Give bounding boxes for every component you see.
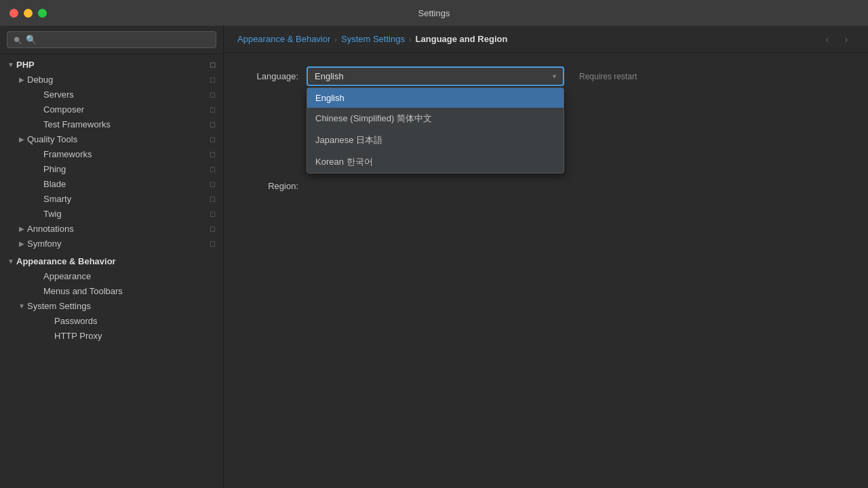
sidebar-item-blade[interactable]: Blade ◻: [0, 176, 223, 191]
spacer: [33, 178, 43, 189]
sidebar-item-passwords[interactable]: Passwords: [0, 313, 223, 328]
sidebar: PHP ◻ Debug ◻ Servers ◻ Composer ◻: [0, 26, 224, 488]
language-option-chinese[interactable]: Chinese (Simplified) 简体中文: [307, 108, 564, 129]
sidebar-item-label: Passwords: [54, 316, 218, 326]
sidebar-item-label: PHP: [16, 60, 207, 70]
pin-icon: ◻: [207, 238, 218, 249]
sidebar-item-appearance-behavior[interactable]: Appearance & Behavior: [0, 253, 223, 268]
requires-restart-label: Requires restart: [579, 72, 637, 81]
sidebar-item-http-proxy[interactable]: HTTP Proxy: [0, 328, 223, 343]
language-option-english[interactable]: English: [307, 88, 564, 108]
pin-icon: ◻: [207, 178, 218, 189]
close-button[interactable]: [9, 9, 18, 18]
pin-icon: ◻: [207, 223, 218, 234]
sidebar-item-label: Frameworks: [43, 149, 207, 159]
back-arrow[interactable]: ‹: [819, 31, 835, 47]
sidebar-item-label: Phing: [43, 164, 207, 174]
search-wrap[interactable]: [7, 31, 216, 48]
sidebar-item-php[interactable]: PHP ◻: [0, 57, 223, 72]
forward-arrow[interactable]: ›: [838, 31, 854, 47]
spacer: [33, 119, 43, 129]
language-dropdown-menu: English Chinese (Simplified) 简体中文 Japane…: [307, 87, 564, 174]
spacer: [33, 89, 43, 100]
sidebar-item-label: Debug: [27, 75, 207, 85]
chevron-icon: [16, 300, 27, 311]
chevron-icon: [5, 59, 16, 70]
sidebar-item-label: Smarty: [43, 194, 207, 204]
spacer: [43, 330, 54, 341]
content-area: Language: English ▾ English Chinese (Sim…: [224, 53, 868, 488]
sidebar-item-smarty[interactable]: Smarty ◻: [0, 191, 223, 206]
language-option-korean[interactable]: Korean 한국어: [307, 151, 564, 173]
sidebar-item-twig[interactable]: Twig ◻: [0, 206, 223, 221]
language-selected-value: English: [315, 71, 344, 81]
sidebar-item-quality-tools[interactable]: Quality Tools ◻: [0, 131, 223, 146]
pin-icon: ◻: [207, 163, 218, 174]
search-icon: [13, 35, 22, 45]
pin-icon: ◻: [207, 119, 218, 129]
maximize-button[interactable]: [38, 9, 47, 18]
sidebar-item-label: Menus and Toolbars: [43, 286, 218, 296]
region-row: Region:: [244, 181, 848, 191]
chevron-icon: [16, 223, 27, 234]
sidebar-item-servers[interactable]: Servers ◻: [0, 87, 223, 102]
spacer: [33, 148, 43, 159]
search-bar: [0, 26, 223, 54]
sidebar-item-label: System Settings: [27, 301, 218, 311]
sidebar-item-label: Twig: [43, 209, 207, 219]
pin-icon: ◻: [207, 208, 218, 219]
sidebar-item-label: Appearance & Behavior: [16, 256, 218, 266]
language-dropdown-container: English ▾ English Chinese (Simplified) 简…: [307, 66, 564, 86]
chevron-icon: [16, 134, 27, 144]
pin-icon: ◻: [207, 104, 218, 115]
chevron-icon: [16, 74, 27, 85]
pin-icon: ◻: [207, 89, 218, 100]
chevron-icon: [5, 256, 16, 266]
sidebar-item-label: Test Frameworks: [43, 119, 207, 129]
language-option-japanese[interactable]: Japanese 日本語: [307, 129, 564, 151]
breadcrumb-sep-1: ›: [334, 35, 337, 43]
sidebar-item-label: HTTP Proxy: [54, 331, 218, 341]
breadcrumb-bar: Appearance & Behavior › System Settings …: [224, 26, 868, 53]
sidebar-item-label: Blade: [43, 179, 207, 189]
sidebar-item-label: Appearance: [43, 271, 218, 281]
sidebar-item-phing[interactable]: Phing ◻: [0, 161, 223, 176]
sidebar-item-symfony[interactable]: Symfony ◻: [0, 236, 223, 251]
sidebar-item-system-settings[interactable]: System Settings: [0, 298, 223, 313]
sidebar-item-frameworks[interactable]: Frameworks ◻: [0, 146, 223, 161]
titlebar: Settings: [0, 0, 868, 26]
language-label: Language:: [244, 71, 298, 81]
right-panel: Appearance & Behavior › System Settings …: [224, 26, 868, 488]
language-dropdown[interactable]: English ▾: [307, 66, 564, 86]
sidebar-item-label: Annotations: [27, 224, 207, 234]
pin-icon: ◻: [207, 134, 218, 144]
sidebar-item-annotations[interactable]: Annotations ◻: [0, 221, 223, 236]
sidebar-tree: PHP ◻ Debug ◻ Servers ◻ Composer ◻: [0, 54, 223, 488]
nav-arrows: ‹ ›: [819, 31, 854, 47]
sidebar-item-debug[interactable]: Debug ◻: [0, 72, 223, 87]
sidebar-item-composer[interactable]: Composer ◻: [0, 102, 223, 117]
sidebar-item-appearance[interactable]: Appearance: [0, 268, 223, 283]
main-layout: PHP ◻ Debug ◻ Servers ◻ Composer ◻: [0, 26, 868, 488]
spacer: [33, 208, 43, 219]
breadcrumb-system-settings[interactable]: System Settings: [341, 34, 405, 44]
chevron-icon: [16, 238, 27, 249]
pin-icon: ◻: [207, 59, 218, 70]
pin-icon: ◻: [207, 193, 218, 204]
window-title: Settings: [418, 8, 450, 18]
minimize-button[interactable]: [24, 9, 33, 18]
chevron-down-icon: ▾: [553, 73, 556, 80]
spacer: [43, 315, 54, 326]
window-controls: [9, 9, 47, 18]
pin-icon: ◻: [207, 74, 218, 85]
spacer: [33, 163, 43, 174]
sidebar-item-test-frameworks[interactable]: Test Frameworks ◻: [0, 117, 223, 131]
pin-icon: ◻: [207, 148, 218, 159]
spacer: [33, 285, 43, 296]
search-input[interactable]: [26, 35, 210, 45]
region-label: Region:: [244, 181, 298, 191]
sidebar-item-menus-toolbars[interactable]: Menus and Toolbars: [0, 283, 223, 298]
breadcrumb-appearance-behavior[interactable]: Appearance & Behavior: [237, 34, 330, 44]
spacer: [33, 270, 43, 281]
spacer: [33, 193, 43, 204]
